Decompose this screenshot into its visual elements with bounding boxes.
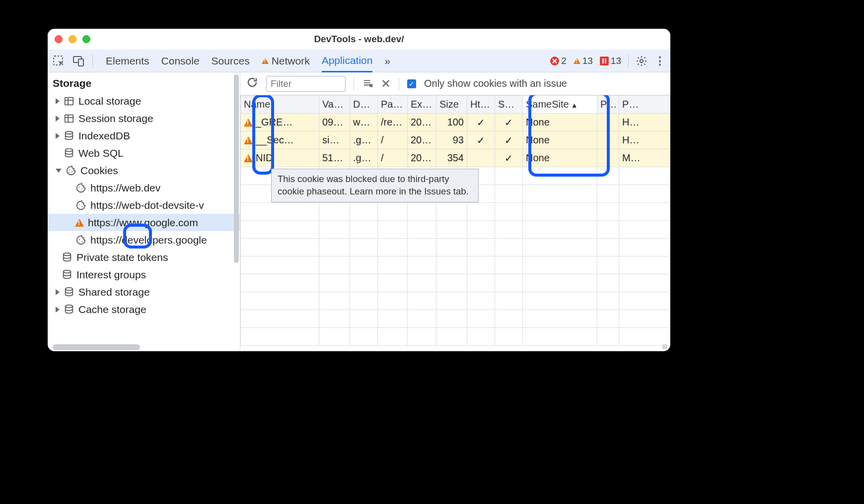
col-name[interactable]: Name [241,96,319,114]
tree-item-cookie-origin[interactable]: https://developers.google [48,231,240,249]
device-toolbar-icon[interactable] [72,55,84,67]
tree-item-cookie-origin[interactable]: https://web-dot-devsite-v [48,196,240,214]
only-issue-label: Only show cookies with an issue [424,78,567,89]
tab-more[interactable]: » [384,50,390,72]
tree-item-local-storage[interactable]: Local storage [48,92,240,110]
database-icon [64,130,74,141]
svg-point-13 [72,171,72,172]
tab-elements[interactable]: Elements [106,50,149,72]
database-icon [62,269,72,280]
table-row[interactable]: __Sec…si….g…/20…93✓✓NoneH… [241,131,670,149]
table-row-empty [241,256,670,274]
tree-item-cookie-origin[interactable]: https://web.dev [48,179,240,196]
svg-point-17 [79,204,80,205]
svg-rect-2 [78,59,83,66]
svg-point-16 [81,189,82,189]
table-header-row: Name Va… D… Pa… Ex… Size Ht… Se… SameSit… [241,96,670,114]
inspect-icon[interactable] [53,55,65,67]
cookie-name: __Sec… [256,134,294,146]
cookie-icon [75,183,86,193]
svg-point-11 [66,148,73,151]
tab-sources[interactable]: Sources [212,50,250,72]
application-sidebar: Storage Local storage Session storage [48,72,240,351]
table-row[interactable]: _GRE…09…w…/re…20…100✓✓NoneH… [241,114,670,131]
tree-item-cache-storage[interactable]: Cache storage [48,301,240,318]
tab-console[interactable]: Console [161,50,200,72]
svg-point-14 [69,172,70,173]
status-issues[interactable]: 13 [600,56,621,66]
col-samesite[interactable]: SameSite▲ [523,96,597,114]
svg-point-18 [81,206,82,207]
cookie-name: _GRE… [256,117,292,128]
tree-item-private-state-tokens[interactable]: Private state tokens [48,249,240,266]
svg-point-7 [640,59,643,62]
clear-all-icon[interactable] [362,77,373,90]
svg-rect-6 [605,59,606,63]
tree-item-session-storage[interactable]: Session storage [48,110,240,127]
devtools-window: DevTools - web.dev/ Elements Console Sou… [48,29,670,351]
table-row[interactable]: NID51….g…/20…354✓NoneM… [241,149,670,167]
resize-handle[interactable] [662,344,667,349]
table-row-empty [241,274,670,292]
table-icon [64,113,74,124]
tree-item-cookies[interactable]: Cookies [48,162,240,179]
tree-item-indexeddb[interactable]: IndexedDB [48,127,240,144]
svg-point-21 [64,252,71,255]
col-value[interactable]: Va… [319,96,350,114]
maximize-icon[interactable] [82,35,90,43]
svg-point-12 [69,169,70,170]
cookie-icon [75,235,86,246]
tab-network[interactable]: Network [262,50,310,72]
tree-item-websql[interactable]: Web SQL [48,144,240,162]
svg-rect-4 [600,57,609,65]
cookies-table: Name Va… D… Pa… Ex… Size Ht… Se… SameSit… [240,95,670,346]
table-row-empty [241,239,670,256]
svg-point-24 [66,305,73,308]
minimize-icon[interactable] [69,35,76,43]
kebab-menu-icon[interactable]: ⋮ [654,55,665,67]
window-title: DevTools - web.dev/ [314,34,404,45]
svg-point-19 [79,239,80,240]
tree-item-interest-groups[interactable]: Interest groups [48,266,240,283]
sort-asc-icon: ▲ [571,101,578,109]
database-icon [62,252,72,263]
sidebar-section-title: Storage [48,72,240,91]
col-size[interactable]: Size [436,96,467,114]
filter-input[interactable] [266,76,346,92]
settings-icon[interactable] [636,55,648,67]
svg-point-20 [81,241,82,242]
window-controls [55,35,90,43]
svg-rect-5 [602,59,604,63]
col-httponly[interactable]: Ht… [467,96,495,114]
table-row-empty [241,203,670,221]
col-partition-key[interactable]: P… [597,96,619,114]
tree-item-shared-storage[interactable]: Shared storage [48,283,240,301]
vertical-scrollbar[interactable] [234,74,239,263]
cookie-icon [66,165,76,176]
col-priority[interactable]: P… [619,96,670,114]
status-warnings[interactable]: 13 [574,56,593,66]
cookies-panel: ✕ ✓ Only show cookies with an issue [240,72,670,351]
svg-point-10 [66,131,73,134]
svg-rect-9 [65,115,73,122]
table-row-empty [241,328,670,346]
horizontal-scrollbar[interactable] [53,344,140,350]
table-row-empty [241,292,670,310]
col-domain[interactable]: D… [350,96,378,114]
status-errors[interactable]: 2 [550,56,567,66]
tab-application[interactable]: Application [322,50,373,72]
warning-icon [244,154,253,162]
col-path[interactable]: Pa… [378,96,408,114]
table-row-empty [241,221,670,239]
tree-item-cookie-origin-selected[interactable]: https://www.google.com [48,214,240,231]
col-secure[interactable]: Se… [495,96,523,114]
close-icon[interactable] [55,35,63,43]
cookie-icon [75,200,86,211]
warning-icon [574,58,580,64]
reload-icon[interactable] [246,76,258,91]
database-icon [64,304,74,315]
clear-icon[interactable]: ✕ [381,77,391,91]
database-icon [64,287,74,298]
col-expires[interactable]: Ex… [408,96,436,114]
only-issue-checkbox[interactable]: ✓ [407,79,416,88]
